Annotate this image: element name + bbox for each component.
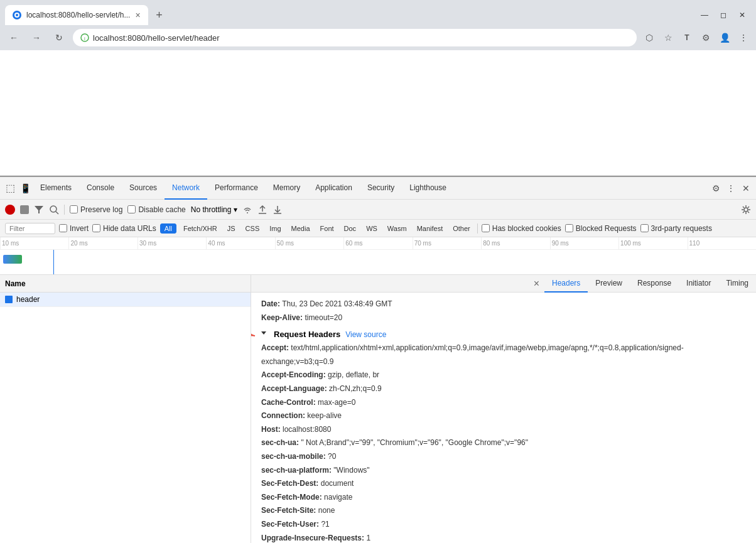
devtools-settings-icon[interactable]: ⚙ xyxy=(708,181,723,196)
filter-type-css[interactable]: CSS xyxy=(242,224,263,233)
devtools-inspect-icon[interactable]: ⬚ xyxy=(3,181,18,196)
header-sec-ch-ua: sec-ch-ua: " Not A;Brand";v="99", "Chrom… xyxy=(261,436,746,450)
invert-text: Invert xyxy=(70,224,89,233)
devtools-more-icon[interactable]: ⋮ xyxy=(723,181,738,196)
filter-type-font[interactable]: Font xyxy=(317,224,337,233)
detail-tab-preview[interactable]: Preview xyxy=(588,275,630,293)
blocked-requests-label[interactable]: Blocked Requests xyxy=(565,224,637,233)
throttle-dropdown[interactable]: No throttling ▾ xyxy=(191,205,238,214)
filter-type-img[interactable]: Img xyxy=(266,224,284,233)
detail-tab-headers[interactable]: Headers xyxy=(544,275,588,293)
devtools-device-icon[interactable]: 📱 xyxy=(18,181,33,196)
detail-close-btn[interactable]: × xyxy=(534,278,539,289)
view-source-link[interactable]: View source xyxy=(345,330,386,339)
filter-type-wasm[interactable]: Wasm xyxy=(384,224,410,233)
url-bar[interactable]: i localhost:8080/hello-servlet/header xyxy=(73,29,637,46)
collapse-icon[interactable] xyxy=(261,331,266,337)
tab-title: localhost:8080/hello-servlet/h... xyxy=(26,11,130,19)
bookmark-icon[interactable]: ☆ xyxy=(661,30,676,45)
tab-sources[interactable]: Sources xyxy=(122,177,165,200)
filter-type-other[interactable]: Other xyxy=(450,224,473,233)
blocked-cookies-label[interactable]: Has blocked cookies xyxy=(482,224,561,233)
tab-performance[interactable]: Performance xyxy=(207,177,266,200)
search-icon[interactable] xyxy=(49,205,59,215)
separator-1 xyxy=(64,205,65,215)
preserve-log-label[interactable]: Preserve log xyxy=(70,205,122,214)
blocked-requests-text: Blocked Requests xyxy=(576,224,637,233)
menu-icon[interactable]: ⋮ xyxy=(736,30,751,45)
cast-icon[interactable]: ⬡ xyxy=(642,30,657,45)
request-headers-list: Accept: text/html,application/xhtml+xml,… xyxy=(261,341,746,543)
profile-icon[interactable]: 👤 xyxy=(717,30,732,45)
disable-cache-checkbox[interactable] xyxy=(127,205,136,213)
third-party-checkbox[interactable] xyxy=(640,224,649,232)
active-tab[interactable]: localhost:8080/hello-servlet/h... × xyxy=(5,5,148,25)
hide-data-urls-checkbox[interactable] xyxy=(92,224,100,232)
filter-icon[interactable] xyxy=(34,205,44,215)
tab-elements[interactable]: Elements xyxy=(33,177,79,200)
reload-button[interactable]: ↻ xyxy=(50,29,68,46)
request-headers-label: Request Headers xyxy=(274,330,340,339)
tab-application[interactable]: Application xyxy=(308,177,360,200)
tab-console[interactable]: Console xyxy=(79,177,122,200)
filter-type-media[interactable]: Media xyxy=(288,224,313,233)
tab-memory[interactable]: Memory xyxy=(266,177,308,200)
detail-tab-response[interactable]: Response xyxy=(630,275,679,293)
window-controls: — ◻ ✕ xyxy=(696,6,751,24)
page-area xyxy=(0,50,756,176)
file-name: header xyxy=(16,295,40,304)
new-tab-button[interactable]: + xyxy=(151,6,168,24)
translate-icon[interactable]: T xyxy=(679,30,694,45)
filter-input[interactable] xyxy=(5,223,55,234)
close-button[interactable]: ✕ xyxy=(733,6,751,24)
filter-type-all[interactable]: All xyxy=(160,223,176,234)
blocked-cookies-checkbox[interactable] xyxy=(482,224,490,232)
filter-type-js[interactable]: JS xyxy=(224,224,239,233)
devtools-close-icon[interactable]: ✕ xyxy=(738,181,753,196)
forward-button[interactable]: → xyxy=(28,29,45,46)
download-icon[interactable] xyxy=(273,205,283,215)
timeline-bar-area xyxy=(0,250,756,275)
detail-tab-timing[interactable]: Timing xyxy=(718,275,756,293)
back-button[interactable]: ← xyxy=(5,29,23,46)
third-party-label[interactable]: 3rd-party requests xyxy=(640,224,712,233)
throttle-text: No throttling xyxy=(191,205,232,214)
wifi-icon[interactable] xyxy=(242,205,252,215)
restore-button[interactable]: ◻ xyxy=(715,6,732,24)
extension-icon[interactable]: ⚙ xyxy=(698,30,713,45)
preserve-log-checkbox[interactable] xyxy=(70,205,78,213)
tab-security[interactable]: Security xyxy=(360,177,402,200)
tab-lighthouse[interactable]: Lighthouse xyxy=(402,177,454,200)
clear-button[interactable] xyxy=(20,205,29,214)
header-sec-ch-ua-mobile: sec-ch-ua-mobile: ?0 xyxy=(261,450,746,464)
tab-close-btn[interactable]: × xyxy=(135,10,140,20)
filter-type-manifest[interactable]: Manifest xyxy=(414,224,446,233)
detail-content: Date: Thu, 23 Dec 2021 03:48:49 GMT Keep… xyxy=(251,293,756,543)
record-button[interactable] xyxy=(5,205,15,215)
minimize-button[interactable]: — xyxy=(696,6,713,24)
timeline-mark-110: 110 xyxy=(688,237,756,249)
upload-icon[interactable] xyxy=(257,205,267,215)
header-cache-control: Cache-Control: max-age=0 xyxy=(261,396,746,410)
header-sec-fetch-dest: Sec-Fetch-Dest: document xyxy=(261,477,746,491)
hide-data-urls-label[interactable]: Hide data URLs xyxy=(92,224,156,233)
tab-network[interactable]: Network xyxy=(165,177,207,200)
blocked-requests-checkbox[interactable] xyxy=(565,224,573,232)
filter-type-fetch[interactable]: Fetch/XHR xyxy=(180,224,220,233)
filter-row: Invert Hide data URLs All Fetch/XHR JS C… xyxy=(0,220,756,237)
invert-checkbox[interactable] xyxy=(59,224,67,232)
file-item-header[interactable]: header xyxy=(0,293,251,307)
request-headers-section: Request Headers View source Accept: text… xyxy=(261,330,746,543)
separator-2 xyxy=(477,223,478,234)
network-toolbar: Preserve log Disable cache No throttling… xyxy=(0,200,756,220)
preserve-log-text: Preserve log xyxy=(80,205,122,214)
disable-cache-label[interactable]: Disable cache xyxy=(127,205,185,214)
file-list-header: Name xyxy=(0,275,251,293)
filter-type-doc[interactable]: Doc xyxy=(341,224,360,233)
detail-tab-initiator[interactable]: Initiator xyxy=(679,275,718,293)
filter-type-ws[interactable]: WS xyxy=(363,224,381,233)
invert-label[interactable]: Invert xyxy=(59,224,89,233)
settings-icon[interactable] xyxy=(741,205,751,215)
header-accept-language: Accept-Language: zh-CN,zh;q=0.9 xyxy=(261,382,746,396)
detail-tab-bar: × Headers Preview Response Initiator Tim… xyxy=(251,275,756,293)
